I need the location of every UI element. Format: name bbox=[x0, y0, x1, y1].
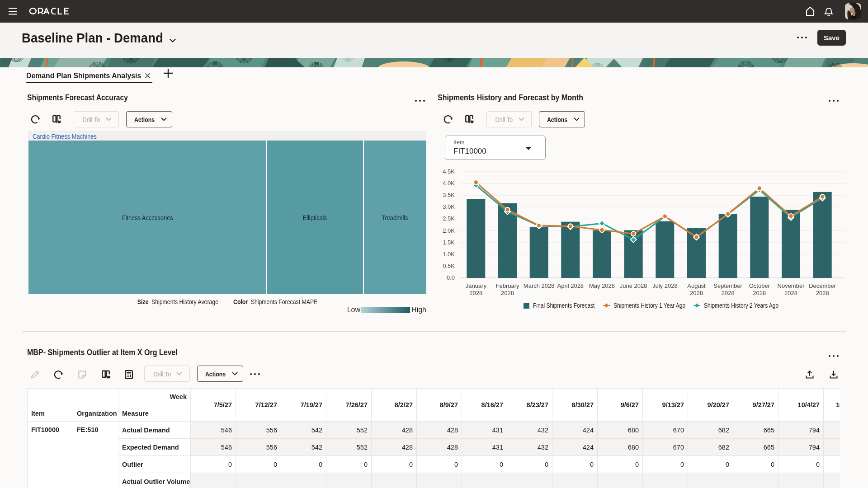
cell-value[interactable] bbox=[824, 439, 840, 456]
download-icon[interactable] bbox=[828, 369, 840, 380]
cell-value[interactable]: 794 bbox=[778, 422, 824, 439]
column-header-week[interactable]: 10/4/27 bbox=[778, 389, 824, 422]
bar-final-shipments-forecast[interactable] bbox=[530, 227, 548, 278]
cell-value[interactable] bbox=[778, 473, 824, 488]
cell-value[interactable] bbox=[281, 473, 326, 488]
column-header-week[interactable]: 7/26/27 bbox=[326, 389, 372, 422]
cell-value[interactable] bbox=[733, 473, 778, 488]
cell-value[interactable]: 794 bbox=[778, 439, 824, 456]
column-header-week[interactable]: 7/12/27 bbox=[236, 389, 281, 422]
view-data-icon[interactable] bbox=[51, 113, 62, 125]
marker-circle[interactable] bbox=[820, 194, 825, 199]
home-icon[interactable] bbox=[804, 5, 816, 17]
actions-button[interactable]: Actions bbox=[126, 111, 172, 127]
add-tab-button[interactable] bbox=[163, 68, 173, 78]
cell-value[interactable]: 546 bbox=[191, 439, 236, 456]
bar-final-shipments-forecast[interactable] bbox=[593, 230, 611, 278]
cell-value[interactable] bbox=[417, 473, 462, 488]
cell-value[interactable] bbox=[552, 473, 598, 488]
drill-to-button[interactable]: Drill To bbox=[144, 366, 190, 382]
legend-item[interactable]: Shipments History 2 Years Ago bbox=[693, 302, 778, 309]
cell-value[interactable]: 432 bbox=[507, 439, 552, 456]
cell-measure[interactable]: Actual Demand bbox=[118, 422, 191, 439]
edit-pencil-icon[interactable] bbox=[29, 369, 41, 380]
cell-value[interactable] bbox=[507, 473, 552, 488]
cell-value[interactable]: 665 bbox=[733, 439, 778, 456]
column-header-week[interactable]: 7/19/27 bbox=[281, 389, 326, 422]
cell-value[interactable]: 432 bbox=[507, 422, 552, 439]
treemap-group-header[interactable]: Cardio Fitness Machines bbox=[28, 131, 426, 141]
cell-value[interactable]: 552 bbox=[326, 439, 372, 456]
cell-value[interactable]: 0 bbox=[733, 456, 778, 473]
marker-circle[interactable] bbox=[788, 214, 793, 218]
treemap-tile-treadmills[interactable]: Treadmills bbox=[364, 141, 426, 294]
marker-circle[interactable] bbox=[757, 186, 762, 190]
cell-value[interactable]: 0 bbox=[688, 456, 733, 473]
cell-item[interactable]: FIT10000 bbox=[28, 422, 73, 488]
cell-measure[interactable]: Expected Demand bbox=[118, 439, 191, 456]
tab-demand-plan-shipments-analysis[interactable]: Demand Plan Shipments Analysis bbox=[26, 68, 151, 83]
column-header-week[interactable]: 7/5/27 bbox=[191, 389, 236, 422]
cell-value[interactable]: 424 bbox=[552, 439, 598, 456]
marker-circle[interactable] bbox=[726, 211, 730, 216]
pivot-table[interactable]: Week7/5/277/12/277/19/277/26/278/2/278/9… bbox=[27, 388, 840, 488]
save-button[interactable]: Save bbox=[817, 30, 846, 46]
column-header-week[interactable]: 10/11/27 bbox=[824, 389, 840, 422]
cell-measure[interactable]: Actual Outlier Volume bbox=[118, 473, 191, 488]
bar-final-shipments-forecast[interactable] bbox=[656, 221, 674, 278]
marker-circle[interactable] bbox=[505, 207, 509, 212]
cell-value[interactable]: 542 bbox=[281, 439, 326, 456]
marker-circle[interactable] bbox=[631, 231, 636, 236]
cell-value[interactable]: 0 bbox=[417, 456, 462, 473]
calculator-icon[interactable] bbox=[123, 369, 135, 380]
marker-circle[interactable] bbox=[599, 228, 604, 232]
cell-value[interactable]: 556 bbox=[236, 439, 281, 456]
cell-value[interactable]: 424 bbox=[552, 422, 598, 439]
cell-value[interactable] bbox=[462, 473, 507, 488]
cell-value[interactable]: 0 bbox=[552, 456, 598, 473]
cell-value[interactable] bbox=[824, 473, 840, 488]
cell-value[interactable]: 0 bbox=[326, 456, 372, 473]
cell-value[interactable] bbox=[688, 473, 733, 488]
view-data-icon[interactable] bbox=[463, 113, 475, 125]
actions-button[interactable]: Actions bbox=[539, 111, 585, 127]
refresh-icon[interactable] bbox=[29, 113, 41, 125]
marker-diamond[interactable] bbox=[599, 221, 605, 226]
cell-value[interactable]: 0 bbox=[281, 456, 326, 473]
panel-outlier-overflow-menu[interactable] bbox=[829, 355, 839, 357]
column-header-week[interactable]: 9/6/27 bbox=[598, 389, 643, 422]
cell-value[interactable]: 431 bbox=[462, 422, 507, 439]
page-overflow-menu[interactable] bbox=[797, 37, 807, 38]
cell-value[interactable]: 680 bbox=[598, 439, 643, 456]
actions-button[interactable]: Actions bbox=[197, 366, 243, 382]
view-data-icon[interactable] bbox=[100, 369, 112, 380]
notifications-bell-icon[interactable] bbox=[823, 5, 835, 17]
cell-value[interactable]: 428 bbox=[372, 439, 417, 456]
cell-value[interactable] bbox=[326, 473, 372, 488]
bar-final-shipments-forecast[interactable] bbox=[719, 214, 737, 278]
cell-value[interactable]: 682 bbox=[688, 439, 733, 456]
column-header-week[interactable]: 9/20/27 bbox=[688, 389, 733, 422]
item-filter-select[interactable]: Item FIT10000 bbox=[445, 136, 546, 160]
marker-circle[interactable] bbox=[568, 224, 573, 228]
cell-value[interactable] bbox=[598, 473, 643, 488]
marker-circle[interactable] bbox=[663, 214, 667, 219]
column-header-week[interactable]: 8/9/27 bbox=[417, 389, 462, 422]
user-avatar[interactable] bbox=[845, 3, 861, 19]
cell-value[interactable] bbox=[643, 473, 688, 488]
cell-value[interactable]: 682 bbox=[688, 422, 733, 439]
marker-circle[interactable] bbox=[694, 235, 698, 239]
page-title-caret-icon[interactable] bbox=[169, 37, 176, 41]
column-header-week[interactable]: 9/27/27 bbox=[733, 389, 778, 422]
cell-value[interactable]: 542 bbox=[281, 422, 326, 439]
cell-value[interactable] bbox=[236, 473, 281, 488]
drill-to-button[interactable]: Drill To bbox=[74, 111, 119, 127]
marker-circle[interactable] bbox=[474, 180, 478, 184]
column-header-week[interactable]: 9/13/27 bbox=[643, 389, 688, 422]
refresh-icon[interactable] bbox=[52, 369, 64, 380]
refresh-icon[interactable] bbox=[442, 113, 454, 125]
bar-final-shipments-forecast[interactable] bbox=[750, 197, 769, 278]
column-header-week[interactable]: 8/2/27 bbox=[372, 389, 417, 422]
drill-to-button[interactable]: Drill To bbox=[486, 111, 532, 127]
cell-value[interactable] bbox=[372, 473, 417, 488]
